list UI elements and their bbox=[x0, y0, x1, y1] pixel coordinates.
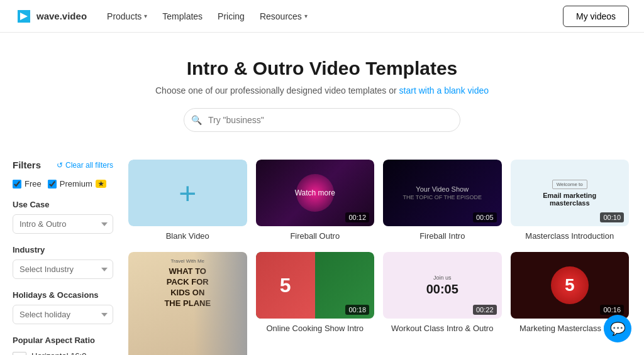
premium-filter-check[interactable]: Premium ★ bbox=[48, 179, 106, 188]
type-filter-group: Free Premium ★ bbox=[13, 179, 113, 188]
blank-video-plus: + bbox=[128, 160, 247, 226]
cooking-thumb: 5 00:18 bbox=[256, 252, 375, 319]
templates-grid-area: + Blank Video Watch more 00:12 Fireball … bbox=[128, 160, 631, 355]
logo[interactable]: wave.video bbox=[15, 8, 87, 25]
masterclass-duration: 00:10 bbox=[600, 212, 624, 222]
nav-pricing[interactable]: Pricing bbox=[218, 11, 245, 21]
header: wave.video Products ▾ Templates Pricing … bbox=[0, 0, 644, 33]
template-card-masterclass[interactable]: Welcome to Email marketingmasterclass 00… bbox=[511, 160, 630, 243]
logo-icon bbox=[15, 8, 33, 25]
search-bar: 🔍 bbox=[184, 108, 460, 132]
sidebar: Filters ↺ Clear all filters Free Premium… bbox=[13, 160, 113, 355]
templates-grid: + Blank Video Watch more 00:12 Fireball … bbox=[128, 160, 629, 355]
template-card-packing[interactable]: Travel With Me WHAT TOPACK FORKIDS ONTHE… bbox=[128, 252, 247, 355]
masterclass-title: Masterclass Introduction bbox=[511, 226, 630, 243]
hero-subtitle: Choose one of our professionally designe… bbox=[13, 85, 631, 96]
template-card-workout[interactable]: Join us 00:05 00:22 Workout Class Intro … bbox=[383, 252, 502, 355]
filters-title: Filters bbox=[13, 160, 41, 170]
template-card-fireball-intro[interactable]: Your Video Show THE TOPIC OF THE EPISODE… bbox=[383, 160, 502, 243]
marketing-thumb: 5 00:16 bbox=[511, 252, 630, 319]
page-title: Intro & Outro Video Templates bbox=[13, 58, 631, 79]
holidays-select[interactable]: Select holiday bbox=[13, 305, 113, 324]
template-card-blank[interactable]: + Blank Video bbox=[128, 160, 247, 243]
workout-title: Workout Class Intro & Outro bbox=[383, 319, 502, 336]
fireball-outro-duration: 00:12 bbox=[345, 212, 369, 222]
aspect-ratio-filter: Popular Aspect Ratio Horizontal 16:9 Squ… bbox=[13, 336, 113, 355]
fireball-outro-thumb: Watch more 00:12 bbox=[256, 160, 375, 226]
cooking-title: Online Cooking Show Intro bbox=[256, 319, 375, 336]
search-input[interactable] bbox=[184, 108, 460, 132]
filters-header: Filters ↺ Clear all filters bbox=[13, 160, 113, 170]
masterclass-thumb: Welcome to Email marketingmasterclass 00… bbox=[511, 160, 630, 226]
aspect-h169-box bbox=[13, 352, 26, 355]
logo-text: wave.video bbox=[36, 11, 87, 21]
fireball-intro-thumb: Your Video Show THE TOPIC OF THE EPISODE… bbox=[383, 160, 502, 226]
aspect-h169-item[interactable]: Horizontal 16:9 bbox=[13, 351, 113, 355]
blank-video-link[interactable]: start with a blank video bbox=[399, 85, 489, 96]
search-icon: 🔍 bbox=[191, 115, 202, 125]
packing-thumb: Travel With Me WHAT TOPACK FORKIDS ONTHE… bbox=[128, 252, 247, 355]
marketing-duration: 00:16 bbox=[600, 305, 624, 315]
blank-video-title: Blank Video bbox=[128, 226, 247, 243]
fireball-outro-title: Fireball Outro bbox=[256, 226, 375, 243]
free-filter-check[interactable]: Free bbox=[13, 179, 42, 188]
industry-select[interactable]: Select Industry bbox=[13, 259, 113, 279]
nav-resources[interactable]: Resources ▾ bbox=[260, 11, 308, 21]
template-card-cooking[interactable]: 5 00:18 Online Cooking Show Intro bbox=[256, 252, 375, 355]
fireball-intro-title: Fireball Intro bbox=[383, 226, 502, 243]
cooking-duration: 00:18 bbox=[345, 305, 369, 315]
chat-bubble-button[interactable]: 💬 bbox=[604, 315, 631, 342]
workout-thumb: Join us 00:05 00:22 bbox=[383, 252, 502, 319]
nav-products[interactable]: Products ▾ bbox=[107, 11, 147, 21]
fireball-intro-duration: 00:05 bbox=[473, 212, 497, 222]
chat-icon: 💬 bbox=[610, 321, 626, 336]
holidays-filter: Holidays & Occasions Select holiday bbox=[13, 290, 113, 324]
use-case-filter: Use Case Intro & Outro bbox=[13, 200, 113, 234]
workout-duration: 00:22 bbox=[473, 305, 497, 315]
my-videos-button[interactable]: My videos bbox=[563, 6, 629, 27]
clear-filters-button[interactable]: ↺ Clear all filters bbox=[57, 161, 113, 170]
main-nav: Products ▾ Templates Pricing Resources ▾ bbox=[107, 11, 563, 21]
products-chevron-icon: ▾ bbox=[144, 13, 147, 19]
blank-thumb: + bbox=[128, 160, 247, 226]
industry-filter: Industry Select Industry bbox=[13, 245, 113, 279]
template-card-fireball-outro[interactable]: Watch more 00:12 Fireball Outro bbox=[256, 160, 375, 243]
main-layout: Filters ↺ Clear all filters Free Premium… bbox=[0, 147, 644, 355]
hero-section: Intro & Outro Video Templates Choose one… bbox=[0, 33, 644, 147]
use-case-select[interactable]: Intro & Outro bbox=[13, 214, 113, 234]
resources-chevron-icon: ▾ bbox=[304, 13, 308, 19]
premium-badge: ★ bbox=[96, 180, 106, 188]
nav-templates[interactable]: Templates bbox=[162, 11, 203, 21]
